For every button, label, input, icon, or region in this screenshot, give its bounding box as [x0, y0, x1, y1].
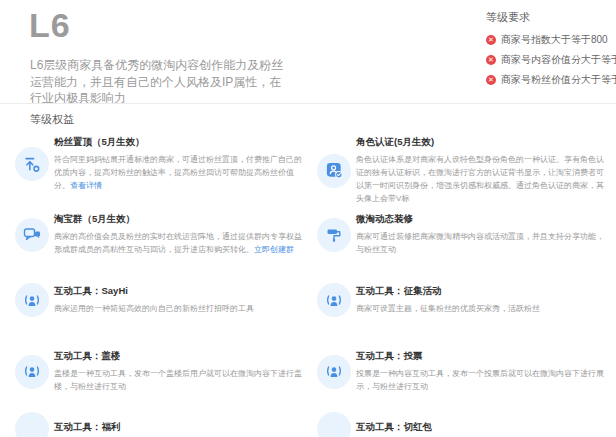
- benefit-icon: [317, 412, 351, 437]
- view-details-link[interactable]: 查看详情: [70, 181, 102, 190]
- benefit-description: 商家的高价值会员及粉丝的实时在线运营阵地，通过提供群内专享权益形成群成员的高粘性…: [54, 230, 305, 256]
- requirement-item: ✕ 商家号粉丝价值分大于等于600: [486, 73, 616, 87]
- benefit-description: 商家可通过装修把商家微淘精华内容或活动置顶，并且支持分享功能，与粉丝互动: [356, 230, 607, 256]
- benefit-title: 互动工具：投票: [356, 350, 607, 363]
- benefit-title: 角色认证(5月生效): [356, 136, 607, 149]
- benefit-title: 互动工具：福利: [54, 421, 305, 434]
- page-title: L6: [29, 6, 71, 45]
- benefit-title: 微淘动态装修: [356, 213, 607, 226]
- benefit-icon: [15, 412, 49, 437]
- benefit-title: 互动工具：征集活动: [356, 285, 607, 298]
- speaker-person-icon: [317, 355, 351, 389]
- speaker-person-icon: [15, 355, 49, 389]
- benefit-card: 粉丝置顶（5月生效） 符合阿里妈妈钻展开通标准的商家，可通过粉丝置顶，付费推广自…: [15, 136, 305, 192]
- cross-circle-icon: ✕: [486, 35, 496, 45]
- benefit-description: 投票是一种内容互动工具，发布一个投票后就可以在微淘内容下进行展示，与粉丝进行互动: [356, 367, 607, 393]
- benefit-card: 互动工具：投票 投票是一种内容互动工具，发布一个投票后就可以在微淘内容下进行展示…: [317, 350, 607, 393]
- requirement-item: ✕ 商家号内容价值分大于等于600: [486, 53, 616, 67]
- paint-roller-icon: [317, 218, 351, 252]
- requirement-item: ✕ 商家号指数大于等于800: [486, 33, 616, 47]
- benefit-card: 互动工具：切红包: [317, 412, 607, 437]
- cross-circle-icon: ✕: [486, 75, 496, 85]
- requirements-panel: 等级要求 ✕ 商家号指数大于等于800 ✕ 商家号内容价值分大于等于600 ✕ …: [486, 10, 616, 93]
- pin-top-icon: [15, 147, 49, 181]
- create-group-link[interactable]: 立即创建群: [254, 245, 294, 254]
- cross-circle-icon: ✕: [486, 55, 496, 65]
- speaker-person-icon: [317, 283, 351, 317]
- requirement-text: 商家号指数大于等于800: [501, 33, 608, 47]
- benefit-card: 角色认证(5月生效) 角色认证体系是对商家有人设特色型身份角色的一种认证。享有角…: [317, 136, 607, 205]
- requirement-text: 商家号内容价值分大于等于600: [501, 53, 616, 67]
- requirements-heading: 等级要求: [486, 10, 616, 25]
- section-divider: [0, 103, 616, 104]
- benefit-card: 互动工具：福利: [15, 412, 305, 437]
- requirement-text: 商家号粉丝价值分大于等于600: [501, 73, 616, 87]
- level-description: L6层级商家具备优秀的微淘内容创作能力及粉丝运营能力，并且有自己的个人风格及IP…: [30, 57, 286, 107]
- benefit-description: 角色认证体系是对商家有人设特色型身份角色的一种认证。享有角色认证的独有认证标识，…: [356, 153, 607, 205]
- role-certification-icon: [317, 154, 351, 188]
- benefit-card: 互动工具：盖楼 盖楼是一种互动工具，发布一个盖楼后用户就可以在微淘内容下进行盖楼…: [15, 350, 305, 393]
- benefit-description: 盖楼是一种互动工具，发布一个盖楼后用户就可以在微淘内容下进行盖楼，与粉丝进行互动: [54, 367, 305, 393]
- benefit-card: 淘宝群（5月生效） 商家的高价值会员及粉丝的实时在线运营阵地，通过提供群内专享权…: [15, 213, 305, 256]
- benefit-title: 互动工具：SayHi: [54, 285, 305, 298]
- benefit-title: 互动工具：盖楼: [54, 350, 305, 363]
- benefit-card: 微淘动态装修 商家可通过装修把商家微淘精华内容或活动置顶，并且支持分享功能，与粉…: [317, 213, 607, 256]
- chat-group-icon: [15, 218, 49, 252]
- benefit-card: 互动工具：SayHi 商家运用的一种简短高效的向自己的新粉丝打招呼的工具: [15, 283, 305, 317]
- benefit-description: 符合阿里妈妈钻展开通标准的商家，可通过粉丝置顶，付费推广自己的优质内容，提高对粉…: [54, 153, 305, 192]
- speaker-person-icon: [15, 283, 49, 317]
- merchant-level-page: L6 L6层级商家具备优秀的微淘内容创作能力及粉丝运营能力，并且有自己的个人风格…: [0, 0, 616, 437]
- benefit-card: 互动工具：征集活动 商家可设置主题，征集粉丝的优质买家秀，活跃粉丝: [317, 283, 607, 317]
- benefit-title: 淘宝群（5月生效）: [54, 213, 305, 226]
- benefit-description: 商家可设置主题，征集粉丝的优质买家秀，活跃粉丝: [356, 302, 607, 315]
- benefits-heading: 等级权益: [30, 112, 74, 127]
- benefit-title: 互动工具：切红包: [356, 421, 607, 434]
- benefit-title: 粉丝置顶（5月生效）: [54, 136, 305, 149]
- benefit-description: 商家运用的一种简短高效的向自己的新粉丝打招呼的工具: [54, 302, 305, 315]
